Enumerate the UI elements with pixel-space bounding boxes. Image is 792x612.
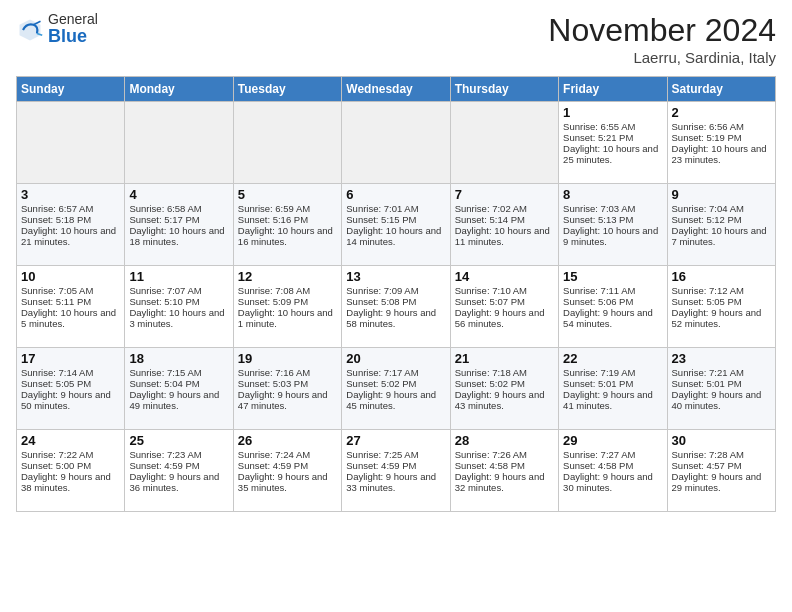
day-info: Sunrise: 7:03 AMSunset: 5:13 PMDaylight:…	[563, 203, 658, 247]
calendar-cell: 14Sunrise: 7:10 AMSunset: 5:07 PMDayligh…	[450, 266, 558, 348]
day-number: 12	[238, 269, 337, 284]
day-info: Sunrise: 7:18 AMSunset: 5:02 PMDaylight:…	[455, 367, 545, 411]
day-info: Sunrise: 7:28 AMSunset: 4:57 PMDaylight:…	[672, 449, 762, 493]
month-title: November 2024	[548, 12, 776, 49]
header: General Blue November 2024 Laerru, Sardi…	[16, 12, 776, 66]
day-number: 18	[129, 351, 228, 366]
day-number: 29	[563, 433, 662, 448]
calendar-cell: 20Sunrise: 7:17 AMSunset: 5:02 PMDayligh…	[342, 348, 450, 430]
calendar-cell: 2Sunrise: 6:56 AMSunset: 5:19 PMDaylight…	[667, 102, 775, 184]
calendar-cell: 4Sunrise: 6:58 AMSunset: 5:17 PMDaylight…	[125, 184, 233, 266]
day-number: 19	[238, 351, 337, 366]
day-info: Sunrise: 7:22 AMSunset: 5:00 PMDaylight:…	[21, 449, 111, 493]
calendar-cell: 22Sunrise: 7:19 AMSunset: 5:01 PMDayligh…	[559, 348, 667, 430]
day-number: 23	[672, 351, 771, 366]
calendar-cell: 25Sunrise: 7:23 AMSunset: 4:59 PMDayligh…	[125, 430, 233, 512]
day-number: 11	[129, 269, 228, 284]
calendar-cell: 29Sunrise: 7:27 AMSunset: 4:58 PMDayligh…	[559, 430, 667, 512]
calendar-week-3: 10Sunrise: 7:05 AMSunset: 5:11 PMDayligh…	[17, 266, 776, 348]
col-wednesday: Wednesday	[342, 77, 450, 102]
day-info: Sunrise: 6:59 AMSunset: 5:16 PMDaylight:…	[238, 203, 333, 247]
col-saturday: Saturday	[667, 77, 775, 102]
calendar-cell: 15Sunrise: 7:11 AMSunset: 5:06 PMDayligh…	[559, 266, 667, 348]
day-info: Sunrise: 7:17 AMSunset: 5:02 PMDaylight:…	[346, 367, 436, 411]
day-number: 2	[672, 105, 771, 120]
calendar-cell: 27Sunrise: 7:25 AMSunset: 4:59 PMDayligh…	[342, 430, 450, 512]
day-info: Sunrise: 7:09 AMSunset: 5:08 PMDaylight:…	[346, 285, 436, 329]
day-info: Sunrise: 6:57 AMSunset: 5:18 PMDaylight:…	[21, 203, 116, 247]
day-number: 10	[21, 269, 120, 284]
calendar-cell: 12Sunrise: 7:08 AMSunset: 5:09 PMDayligh…	[233, 266, 341, 348]
day-info: Sunrise: 7:19 AMSunset: 5:01 PMDaylight:…	[563, 367, 653, 411]
col-thursday: Thursday	[450, 77, 558, 102]
calendar-cell: 6Sunrise: 7:01 AMSunset: 5:15 PMDaylight…	[342, 184, 450, 266]
day-info: Sunrise: 7:24 AMSunset: 4:59 PMDaylight:…	[238, 449, 328, 493]
calendar-cell: 16Sunrise: 7:12 AMSunset: 5:05 PMDayligh…	[667, 266, 775, 348]
day-number: 28	[455, 433, 554, 448]
day-info: Sunrise: 7:01 AMSunset: 5:15 PMDaylight:…	[346, 203, 441, 247]
col-tuesday: Tuesday	[233, 77, 341, 102]
day-info: Sunrise: 7:11 AMSunset: 5:06 PMDaylight:…	[563, 285, 653, 329]
calendar-week-5: 24Sunrise: 7:22 AMSunset: 5:00 PMDayligh…	[17, 430, 776, 512]
day-number: 14	[455, 269, 554, 284]
day-number: 27	[346, 433, 445, 448]
day-number: 15	[563, 269, 662, 284]
day-number: 26	[238, 433, 337, 448]
logo-icon	[16, 16, 44, 44]
calendar-cell: 24Sunrise: 7:22 AMSunset: 5:00 PMDayligh…	[17, 430, 125, 512]
day-number: 4	[129, 187, 228, 202]
col-sunday: Sunday	[17, 77, 125, 102]
calendar-header: Sunday Monday Tuesday Wednesday Thursday…	[17, 77, 776, 102]
day-info: Sunrise: 7:25 AMSunset: 4:59 PMDaylight:…	[346, 449, 436, 493]
calendar-cell: 11Sunrise: 7:07 AMSunset: 5:10 PMDayligh…	[125, 266, 233, 348]
day-info: Sunrise: 7:02 AMSunset: 5:14 PMDaylight:…	[455, 203, 550, 247]
calendar-cell: 19Sunrise: 7:16 AMSunset: 5:03 PMDayligh…	[233, 348, 341, 430]
calendar-cell: 8Sunrise: 7:03 AMSunset: 5:13 PMDaylight…	[559, 184, 667, 266]
day-info: Sunrise: 6:56 AMSunset: 5:19 PMDaylight:…	[672, 121, 767, 165]
day-number: 30	[672, 433, 771, 448]
days-of-week-row: Sunday Monday Tuesday Wednesday Thursday…	[17, 77, 776, 102]
day-number: 17	[21, 351, 120, 366]
day-info: Sunrise: 7:05 AMSunset: 5:11 PMDaylight:…	[21, 285, 116, 329]
calendar-cell: 17Sunrise: 7:14 AMSunset: 5:05 PMDayligh…	[17, 348, 125, 430]
title-block: November 2024 Laerru, Sardinia, Italy	[548, 12, 776, 66]
page: General Blue November 2024 Laerru, Sardi…	[0, 0, 792, 520]
calendar-cell: 30Sunrise: 7:28 AMSunset: 4:57 PMDayligh…	[667, 430, 775, 512]
col-monday: Monday	[125, 77, 233, 102]
day-number: 3	[21, 187, 120, 202]
logo-general-text: General	[48, 12, 98, 27]
calendar-week-4: 17Sunrise: 7:14 AMSunset: 5:05 PMDayligh…	[17, 348, 776, 430]
calendar-cell: 21Sunrise: 7:18 AMSunset: 5:02 PMDayligh…	[450, 348, 558, 430]
calendar-cell: 9Sunrise: 7:04 AMSunset: 5:12 PMDaylight…	[667, 184, 775, 266]
calendar-cell	[342, 102, 450, 184]
day-info: Sunrise: 7:04 AMSunset: 5:12 PMDaylight:…	[672, 203, 767, 247]
calendar-cell: 1Sunrise: 6:55 AMSunset: 5:21 PMDaylight…	[559, 102, 667, 184]
day-info: Sunrise: 7:27 AMSunset: 4:58 PMDaylight:…	[563, 449, 653, 493]
calendar-cell: 3Sunrise: 6:57 AMSunset: 5:18 PMDaylight…	[17, 184, 125, 266]
calendar-cell	[125, 102, 233, 184]
day-number: 6	[346, 187, 445, 202]
day-number: 16	[672, 269, 771, 284]
calendar: Sunday Monday Tuesday Wednesday Thursday…	[16, 76, 776, 512]
calendar-cell: 7Sunrise: 7:02 AMSunset: 5:14 PMDaylight…	[450, 184, 558, 266]
day-number: 25	[129, 433, 228, 448]
day-info: Sunrise: 7:15 AMSunset: 5:04 PMDaylight:…	[129, 367, 219, 411]
day-number: 13	[346, 269, 445, 284]
calendar-cell: 5Sunrise: 6:59 AMSunset: 5:16 PMDaylight…	[233, 184, 341, 266]
day-number: 7	[455, 187, 554, 202]
day-number: 22	[563, 351, 662, 366]
calendar-cell	[450, 102, 558, 184]
day-info: Sunrise: 7:10 AMSunset: 5:07 PMDaylight:…	[455, 285, 545, 329]
logo: General Blue	[16, 12, 98, 47]
day-number: 8	[563, 187, 662, 202]
day-info: Sunrise: 6:58 AMSunset: 5:17 PMDaylight:…	[129, 203, 224, 247]
day-info: Sunrise: 7:08 AMSunset: 5:09 PMDaylight:…	[238, 285, 333, 329]
calendar-cell: 13Sunrise: 7:09 AMSunset: 5:08 PMDayligh…	[342, 266, 450, 348]
day-info: Sunrise: 7:21 AMSunset: 5:01 PMDaylight:…	[672, 367, 762, 411]
calendar-body: 1Sunrise: 6:55 AMSunset: 5:21 PMDaylight…	[17, 102, 776, 512]
day-number: 21	[455, 351, 554, 366]
location: Laerru, Sardinia, Italy	[548, 49, 776, 66]
col-friday: Friday	[559, 77, 667, 102]
calendar-cell	[233, 102, 341, 184]
day-info: Sunrise: 6:55 AMSunset: 5:21 PMDaylight:…	[563, 121, 658, 165]
